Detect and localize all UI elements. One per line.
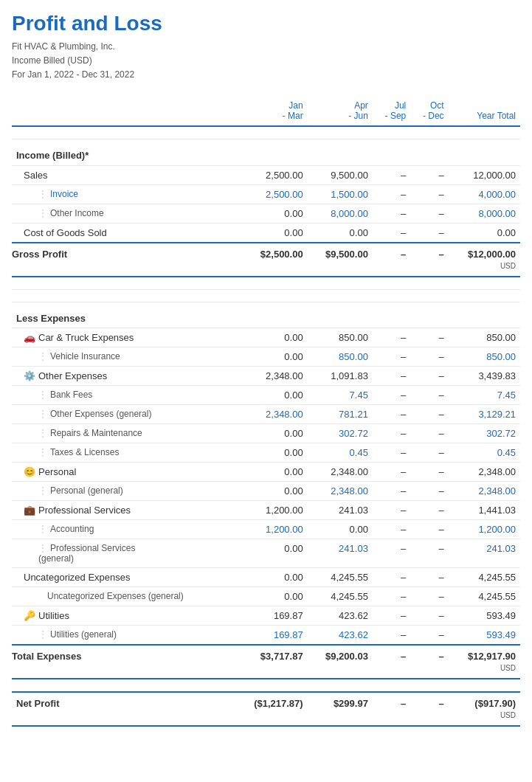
uncat-exp-gen-c2: 4,245.55 — [308, 586, 373, 606]
invoice-c5: 4,000.00 — [449, 184, 520, 204]
other-exp-gen-label[interactable]: ⋮Other Expenses (general) — [12, 404, 235, 423]
table-row: ⚙️Other Expenses 2,348.00 1,091.83 – – 3… — [12, 366, 520, 385]
col-year-total-header: Year Total — [449, 97, 520, 126]
table-row: Cost of Goods Sold 0.00 0.00 – – 0.00 — [12, 223, 520, 243]
personal-label: 😊Personal — [12, 462, 235, 481]
taxes-licenses-c1: 0.00 — [235, 443, 308, 462]
col-label-header — [12, 97, 235, 126]
table-row: ⋮Vehicle Insurance 0.00 850.00 – – 850.0… — [12, 347, 520, 366]
utilities-gen-c5: 593.49 — [449, 625, 520, 645]
repairs-c4: – — [410, 423, 448, 443]
prof-services-gen-c3: – — [373, 539, 410, 567]
sales-c3: – — [373, 165, 410, 184]
net-profit-row: Net Profit ($1,217.87) $299.97 – – ($917… — [12, 692, 520, 726]
uncat-exp-gen-c1: 0.00 — [235, 586, 308, 606]
invoice-label[interactable]: ⋮Invoice — [12, 184, 235, 204]
uncat-exp-gen-label[interactable]: Uncategorized Expenses (general) — [12, 586, 235, 606]
prof-services-c4: – — [410, 500, 448, 519]
total-expenses-c1: $3,717.87 — [235, 645, 308, 679]
table-row: ⋮Repairs & Maintenance 0.00 302.72 – – 3… — [12, 423, 520, 443]
vehicle-ins-c2: 850.00 — [308, 347, 373, 366]
prof-services-gen-c2: 241.03 — [308, 539, 373, 567]
prof-services-gen-c1: 0.00 — [235, 539, 308, 567]
other-exp-c3: – — [373, 366, 410, 385]
other-exp-gen-c3: – — [373, 404, 410, 423]
cogs-c2: 0.00 — [308, 223, 373, 243]
table-row: 🚗Car & Truck Expenses 0.00 850.00 – – 85… — [12, 328, 520, 347]
other-exp-label: ⚙️Other Expenses — [12, 366, 235, 385]
prof-services-c2: 241.03 — [308, 500, 373, 519]
taxes-licenses-c2: 0.45 — [308, 443, 373, 462]
net-profit-c1: ($1,217.87) — [235, 692, 308, 726]
total-expenses-row: Total Expenses $3,717.87 $9,200.03 – – $… — [12, 645, 520, 679]
col-apr-jun-header: Apr- Jun — [308, 97, 373, 126]
uncat-exp-c4: – — [410, 567, 448, 586]
table-row: ⋮Bank Fees 0.00 7.45 – – 7.45 — [12, 385, 520, 404]
prof-services-gen-label[interactable]: ⋮Professional Services(general) — [12, 539, 235, 567]
bank-fees-c3: – — [373, 385, 410, 404]
accounting-label[interactable]: ⋮Accounting — [12, 519, 235, 539]
other-income-c2: 8,000.00 — [308, 204, 373, 223]
vehicle-ins-c4: – — [410, 347, 448, 366]
cogs-label: Cost of Goods Sold — [12, 223, 235, 243]
uncat-exp-c1: 0.00 — [235, 567, 308, 586]
gross-profit-c2: $9,500.00 — [308, 243, 373, 277]
taxes-licenses-c4: – — [410, 443, 448, 462]
personal-gen-label[interactable]: ⋮Personal (general) — [12, 481, 235, 500]
personal-c4: – — [410, 462, 448, 481]
sales-c2: 9,500.00 — [308, 165, 373, 184]
vehicle-ins-c1: 0.00 — [235, 347, 308, 366]
personal-c2: 2,348.00 — [308, 462, 373, 481]
sales-label: Sales — [12, 165, 235, 184]
taxes-licenses-label[interactable]: ⋮Taxes & Licenses — [12, 443, 235, 462]
utilities-c5: 593.49 — [449, 606, 520, 625]
utilities-gen-c4: – — [410, 625, 448, 645]
net-profit-c5: ($917.90)USD — [449, 692, 520, 726]
accounting-c1: 1,200.00 — [235, 519, 308, 539]
utilities-gen-label[interactable]: ⋮Utilities (general) — [12, 625, 235, 645]
table-row: Uncategorized Expenses (general) 0.00 4,… — [12, 586, 520, 606]
personal-gen-c3: – — [373, 481, 410, 500]
gross-profit-c3: – — [373, 243, 410, 277]
other-income-c1: 0.00 — [235, 204, 308, 223]
bank-fees-label[interactable]: ⋮Bank Fees — [12, 385, 235, 404]
uncat-exp-gen-c5: 4,245.55 — [449, 586, 520, 606]
utilities-gen-c2: 423.62 — [308, 625, 373, 645]
accounting-c3: – — [373, 519, 410, 539]
basis: Income Billed (USD) — [12, 55, 92, 66]
prof-services-label: 💼Professional Services — [12, 500, 235, 519]
less-expenses-header: Less Expenses — [12, 302, 520, 328]
table-row: Sales 2,500.00 9,500.00 – – 12,000.00 — [12, 165, 520, 184]
repairs-label[interactable]: ⋮Repairs & Maintenance — [12, 423, 235, 443]
uncat-exp-gen-c3: – — [373, 586, 410, 606]
personal-gen-c1: 0.00 — [235, 481, 308, 500]
gross-profit-row: Gross Profit $2,500.00 $9,500.00 – – $12… — [12, 243, 520, 277]
other-exp-c5: 3,439.83 — [449, 366, 520, 385]
total-expenses-c5: $12,917.90USD — [449, 645, 520, 679]
uncat-exp-gen-c4: – — [410, 586, 448, 606]
other-income-c5: 8,000.00 — [449, 204, 520, 223]
cogs-c3: – — [373, 223, 410, 243]
vehicle-ins-label[interactable]: ⋮Vehicle Insurance — [12, 347, 235, 366]
accounting-c5: 1,200.00 — [449, 519, 520, 539]
table-row: ⋮Accounting 1,200.00 0.00 – – 1,200.00 — [12, 519, 520, 539]
period: For Jan 1, 2022 - Dec 31, 2022 — [12, 69, 134, 80]
car-truck-c3: – — [373, 328, 410, 347]
net-profit-c2: $299.97 — [308, 692, 373, 726]
other-income-label[interactable]: ⋮Other Income — [12, 204, 235, 223]
car-truck-c5: 850.00 — [449, 328, 520, 347]
table-row: 💼Professional Services 1,200.00 241.03 –… — [12, 500, 520, 519]
subtitle: Fit HVAC & Plumbing, Inc. Income Billed … — [12, 40, 520, 83]
spacer-2 — [12, 277, 520, 290]
personal-c3: – — [373, 462, 410, 481]
spacer-4 — [12, 679, 520, 692]
repairs-c5: 302.72 — [449, 423, 520, 443]
repairs-c2: 302.72 — [308, 423, 373, 443]
accounting-c2: 0.00 — [308, 519, 373, 539]
table-row: Uncategorized Expenses 0.00 4,245.55 – –… — [12, 567, 520, 586]
total-expenses-c2: $9,200.03 — [308, 645, 373, 679]
taxes-licenses-c5: 0.45 — [449, 443, 520, 462]
net-profit-c4: – — [410, 692, 448, 726]
repairs-c1: 0.00 — [235, 423, 308, 443]
other-exp-c4: – — [410, 366, 448, 385]
